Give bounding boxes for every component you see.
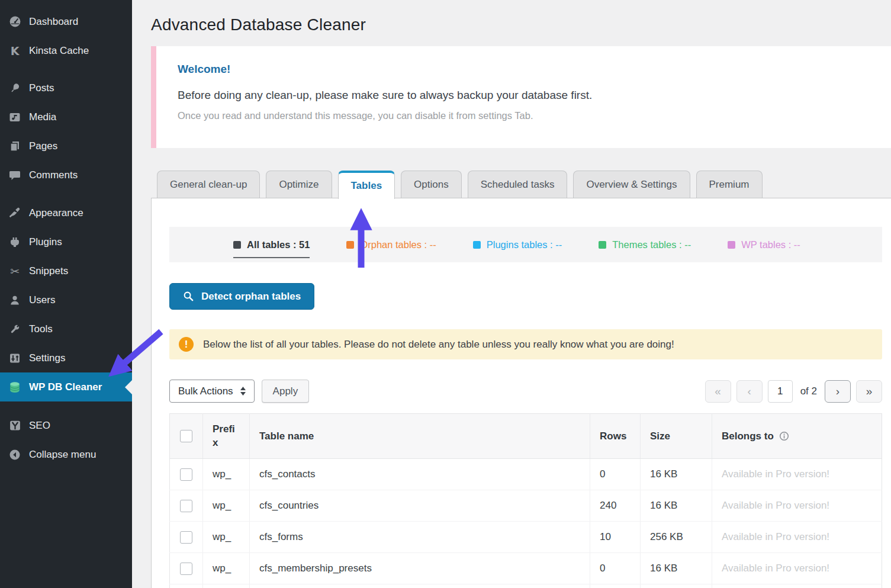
sidebar-spacer: [0, 189, 132, 198]
filter-color-swatch: [728, 241, 735, 249]
sidebar-item-settings[interactable]: Settings: [0, 343, 132, 372]
sidebar-item-wp-db-cleaner[interactable]: WP DB Cleaner: [0, 372, 132, 401]
sidebar-item-tools[interactable]: Tools: [0, 314, 132, 343]
filter-color-swatch: [346, 241, 354, 249]
admin-sidebar: Dashboard K Kinsta Cache Posts Media Pag…: [0, 0, 132, 588]
sidebar-item-pages[interactable]: Pages: [0, 131, 132, 160]
sidebar-spacer: [0, 65, 132, 73]
prev-page-button[interactable]: ‹: [736, 380, 763, 403]
table-row: wp_ cfs_membership_presets 0 16 KB Avail…: [170, 553, 882, 584]
apply-button[interactable]: Apply: [262, 380, 310, 403]
sidebar-item-users[interactable]: Users: [0, 285, 132, 314]
comments-icon: [8, 169, 21, 182]
warning-notice: ! Below the list of all your tables. Ple…: [169, 329, 882, 359]
detect-orphan-tables-button[interactable]: Detect orphan tables: [169, 283, 314, 310]
filter-plugins-tables[interactable]: Plugins tables : --: [473, 239, 562, 250]
collapse-icon: [8, 448, 21, 461]
page-count-label: of 2: [800, 385, 817, 397]
database-icon: [8, 381, 21, 394]
tables-tab-panel: All tables : 51 Orphan tables : -- Plugi…: [151, 198, 891, 588]
bulk-actions-select[interactable]: Bulk Actions: [169, 380, 255, 403]
wordpress-admin: Dashboard K Kinsta Cache Posts Media Pag…: [0, 0, 891, 588]
tab-optimize[interactable]: Optimize: [266, 171, 332, 198]
filter-orphan-tables[interactable]: Orphan tables : --: [346, 239, 436, 250]
tab-general-clean-up[interactable]: General clean-up: [157, 171, 260, 198]
welcome-notice: Welcome! Before doing any clean-up, plea…: [151, 46, 891, 148]
plugin-icon: [8, 236, 21, 249]
scissors-icon: ✂: [8, 265, 21, 278]
media-icon: [8, 111, 21, 124]
pages-icon: [8, 140, 21, 153]
filter-all-tables[interactable]: All tables : 51: [233, 239, 310, 250]
kinsta-icon: K: [8, 44, 21, 57]
seo-icon: [8, 419, 21, 432]
table-row: wp_ cfs_forms 10 256 KB Available in Pro…: [170, 522, 882, 553]
tab-bar: General clean-up Optimize Tables Options…: [151, 171, 891, 198]
tables-list: Prefix Table name Rows Size Belongs to: [169, 413, 882, 588]
filter-color-swatch: [599, 241, 606, 249]
row-checkbox[interactable]: [180, 563, 192, 575]
wrench-icon: [8, 323, 21, 336]
sidebar-item-media[interactable]: Media: [0, 102, 132, 131]
sidebar-item-plugins[interactable]: Plugins: [0, 227, 132, 256]
user-icon: [8, 294, 21, 307]
tab-overview-settings[interactable]: Overview & Settings: [573, 171, 690, 198]
table-row: [170, 584, 882, 588]
column-header-table-name: Table name: [250, 414, 590, 459]
last-page-button[interactable]: »: [856, 380, 882, 403]
welcome-message: Before doing any clean-up, please make s…: [178, 89, 891, 102]
table-row: wp_ cfs_contacts 0 16 KB Available in Pr…: [170, 459, 882, 490]
warning-text: Below the list of all your tables. Pleas…: [203, 339, 674, 351]
sidebar-item-kinsta-cache[interactable]: K Kinsta Cache: [0, 36, 132, 65]
sidebar-spacer: [0, 401, 132, 411]
dashboard-icon: [8, 15, 21, 28]
sidebar-item-appearance[interactable]: Appearance: [0, 198, 132, 227]
column-header-prefix: Prefix: [203, 414, 250, 459]
tab-options[interactable]: Options: [401, 171, 462, 198]
tab-scheduled-tasks[interactable]: Scheduled tasks: [468, 171, 568, 198]
row-checkbox[interactable]: [180, 531, 192, 544]
sidebar-item-posts[interactable]: Posts: [0, 73, 132, 102]
next-page-button[interactable]: ›: [825, 380, 851, 403]
list-toolbar: Bulk Actions Apply « ‹ of 2 › »: [169, 380, 882, 403]
info-icon[interactable]: [779, 431, 789, 441]
select-all-checkbox[interactable]: [180, 430, 192, 442]
sidebar-item-comments[interactable]: Comments: [0, 160, 132, 189]
sidebar-item-dashboard[interactable]: Dashboard: [0, 7, 132, 36]
sidebar-item-collapse-menu[interactable]: Collapse menu: [0, 440, 132, 469]
filter-color-swatch: [233, 241, 241, 249]
select-arrows-icon: [239, 386, 247, 396]
page-title: Advanced Database Cleaner: [151, 15, 366, 34]
filter-wp-tables[interactable]: WP tables : --: [728, 239, 800, 250]
row-checkbox[interactable]: [180, 468, 192, 481]
column-header-belongs-to: Belongs to: [712, 414, 882, 459]
filter-themes-tables[interactable]: Themes tables : --: [599, 239, 691, 250]
filter-color-swatch: [473, 241, 481, 249]
column-header-size: Size: [641, 414, 712, 459]
settings-icon: [8, 352, 21, 365]
sidebar-item-snippets[interactable]: ✂ Snippets: [0, 256, 132, 285]
welcome-note: Once you read and understand this messag…: [178, 110, 891, 121]
pin-icon: [8, 82, 21, 95]
current-page-input[interactable]: [768, 380, 793, 403]
table-header-row: Prefix Table name Rows Size Belongs to: [170, 414, 882, 459]
brush-icon: [8, 207, 21, 220]
pagination: « ‹ of 2 › »: [705, 380, 882, 403]
row-checkbox[interactable]: [180, 500, 192, 512]
warning-icon: !: [179, 337, 194, 352]
main-content: Advanced Database Cleaner Welcome! Befor…: [132, 0, 891, 588]
column-header-rows: Rows: [590, 414, 641, 459]
sidebar-item-seo[interactable]: SEO: [0, 411, 132, 440]
first-page-button[interactable]: «: [705, 380, 731, 403]
search-icon: [183, 291, 194, 302]
tab-premium[interactable]: Premium: [696, 171, 763, 198]
table-row: wp_ cfs_countries 240 16 KB Available in…: [170, 490, 882, 522]
tab-tables[interactable]: Tables: [338, 171, 395, 199]
welcome-heading: Welcome!: [178, 63, 891, 76]
table-type-filters: All tables : 51 Orphan tables : -- Plugi…: [169, 227, 882, 262]
